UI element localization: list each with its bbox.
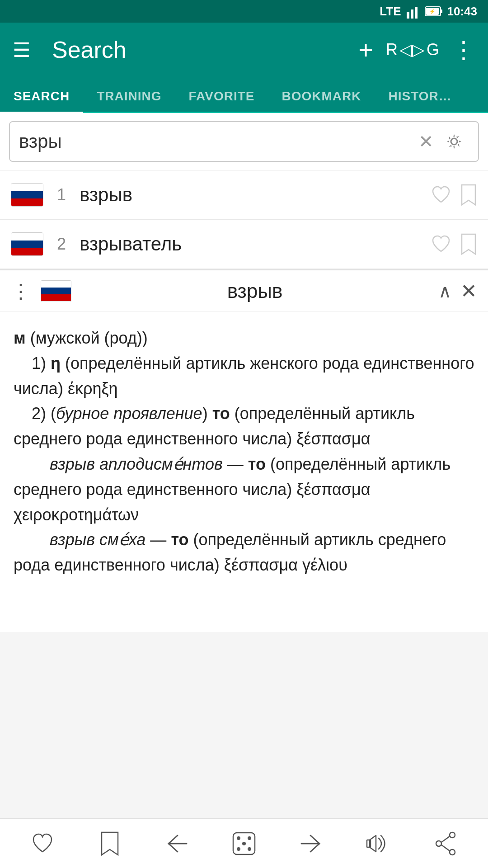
bookmark-button[interactable] (460, 184, 477, 206)
result-actions (431, 184, 477, 206)
result-number: 1 (52, 185, 70, 204)
article-marker: то (248, 455, 266, 473)
definition-area: м (мужской (род)) 1) η (определённый арт… (0, 312, 488, 632)
tab-bookmark[interactable]: BOOKMARK (268, 89, 375, 112)
language-arrow-icon: ◁▷ (399, 40, 425, 59)
status-icons: LTE ⚡ 10:43 (380, 4, 477, 19)
speaker-icon (366, 833, 390, 854)
svg-line-23 (441, 845, 450, 851)
bookmark-icon (460, 184, 477, 206)
heart-bottom-icon (31, 832, 54, 855)
definition-text: м (мужской (род)) 1) η (определённый арт… (14, 326, 474, 578)
svg-rect-4 (441, 9, 442, 13)
detail-word-title: взрыв (80, 280, 429, 302)
svg-point-13 (237, 847, 240, 851)
svg-rect-1 (411, 9, 413, 19)
detail-options-button[interactable]: ⋮ (11, 281, 32, 301)
search-container: ✕ (0, 113, 488, 170)
bookmark-bottom-button[interactable] (87, 826, 132, 862)
tab-search[interactable]: SEARCH (0, 89, 83, 113)
results-list: 1 взрыв 2 взрыватель (0, 170, 488, 269)
article-marker: η (51, 354, 61, 373)
dice-icon (232, 832, 256, 855)
svg-text:...: ... (174, 852, 179, 854)
article-marker: то (212, 404, 230, 423)
signal-indicator: LTE (380, 5, 401, 19)
r-label: R (386, 40, 398, 59)
search-input[interactable] (19, 131, 413, 152)
svg-point-12 (248, 836, 251, 840)
bottom-toolbar: ... ... (0, 818, 488, 868)
app-bar: ☰ Search + R ◁▷ G ⋮ (0, 23, 488, 77)
svg-point-20 (436, 841, 441, 846)
russian-flag-icon (11, 183, 43, 207)
favorite-bottom-button[interactable] (20, 826, 65, 862)
tab-history[interactable]: HISTOR… (375, 89, 465, 112)
page-title: Search (52, 36, 346, 63)
detail-header: ⋮ взрыв ∧ ✕ (0, 270, 488, 312)
bookmark-icon (460, 233, 477, 255)
example-text: взрыв аплодисме́нтов (50, 455, 223, 473)
table-row[interactable]: 1 взрыв (0, 170, 488, 220)
more-options-button[interactable]: ⋮ (452, 36, 475, 63)
settings-gear-icon (445, 132, 464, 151)
svg-rect-0 (407, 12, 409, 19)
usage-note: бурное проявление (56, 404, 202, 423)
result-number: 2 (52, 235, 70, 254)
search-settings-button[interactable] (439, 132, 469, 151)
time-display: 10:43 (447, 5, 478, 19)
svg-point-19 (450, 832, 455, 838)
result-word: взрыватель (80, 233, 422, 255)
svg-text:...: ... (309, 852, 314, 854)
status-bar: LTE ⚡ 10:43 (0, 0, 488, 23)
svg-line-22 (441, 836, 450, 842)
pos-marker: м (14, 329, 26, 347)
favorite-button[interactable] (431, 234, 451, 254)
svg-point-7 (451, 138, 457, 145)
svg-rect-18 (367, 840, 371, 847)
svg-rect-2 (415, 7, 418, 19)
svg-point-15 (242, 842, 246, 845)
back-button[interactable]: ... (154, 826, 199, 862)
result-word: взрыв (80, 184, 422, 206)
forward-arrow-icon: ... (300, 834, 323, 854)
favorite-button[interactable] (431, 185, 451, 205)
bookmark-bottom-icon (100, 831, 120, 856)
result-actions (431, 233, 477, 255)
signal-bars-icon (406, 4, 420, 19)
table-row[interactable]: 2 взрыватель (0, 220, 488, 269)
svg-text:⚡: ⚡ (429, 8, 436, 14)
g-label: G (427, 40, 439, 59)
search-input-wrapper: ✕ (9, 121, 479, 162)
tab-training[interactable]: TRAINING (83, 89, 175, 112)
share-button[interactable] (423, 826, 468, 862)
menu-button[interactable]: ☰ (13, 38, 30, 61)
russian-flag-icon (11, 232, 43, 256)
battery-icon: ⚡ (425, 5, 443, 18)
svg-point-11 (237, 836, 240, 840)
article-marker: то (171, 530, 188, 549)
svg-point-14 (248, 847, 251, 851)
heart-icon (431, 234, 451, 254)
detail-panel: ⋮ взрыв ∧ ✕ м (мужской (род)) 1) η (опре… (0, 269, 488, 632)
collapse-detail-button[interactable]: ∧ (438, 281, 451, 302)
rdg-selector[interactable]: R ◁▷ G (386, 40, 439, 59)
share-icon (434, 831, 457, 856)
speaker-button[interactable] (356, 826, 401, 862)
heart-icon (431, 185, 451, 205)
tab-favorite[interactable]: FAVORITE (175, 89, 268, 112)
add-button[interactable]: + (358, 35, 373, 65)
forward-button[interactable]: ... (289, 826, 334, 862)
bookmark-button[interactable] (460, 233, 477, 255)
tab-bar: SEARCH TRAINING FAVORITE BOOKMARK HISTOR… (0, 77, 488, 113)
clear-search-button[interactable]: ✕ (413, 131, 439, 152)
dice-button[interactable] (221, 826, 267, 862)
back-arrow-icon: ... (165, 834, 188, 854)
close-detail-button[interactable]: ✕ (460, 279, 477, 302)
detail-russian-flag-icon (41, 280, 71, 302)
svg-point-21 (450, 849, 455, 855)
example-text: взрыв сме́ха (50, 530, 145, 549)
